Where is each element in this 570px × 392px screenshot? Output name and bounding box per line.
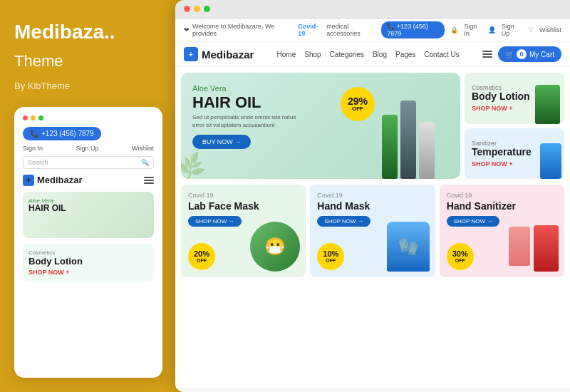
product-3-discount-pct: 30% bbox=[452, 250, 468, 258]
hero-description: Sed ut perspiciatis unde omnis iste natu… bbox=[192, 114, 306, 129]
nav-logo-icon: + bbox=[184, 47, 198, 61]
mobile-phone-number: +123 (456) 7879 bbox=[41, 130, 94, 138]
bottle-2 bbox=[400, 100, 416, 179]
hero-product-bottles bbox=[382, 86, 453, 179]
bottle-3 bbox=[419, 122, 435, 179]
cart-badge: 0 bbox=[517, 49, 527, 59]
mobile-search-bar[interactable]: Search 🔍 bbox=[23, 156, 154, 169]
mobile-sign-up[interactable]: Sign Up bbox=[76, 145, 99, 152]
mobile-phone-button[interactable]: 📞 +123 (456) 7879 bbox=[23, 127, 101, 140]
mobile-preview-card: 📞 +123 (456) 7879 Sign In Sign Up Wishli… bbox=[14, 107, 162, 378]
browser-dot-green[interactable] bbox=[204, 6, 210, 12]
mobile-shop-btn[interactable]: SHOP NOW + bbox=[28, 269, 148, 276]
mobile-dot-yellow bbox=[31, 115, 36, 120]
topbar-covid-link[interactable]: Covid-19 bbox=[298, 23, 323, 37]
product-3-discount-badge: 30% OFF bbox=[447, 243, 474, 270]
mobile-hero: Aloe Vera HAIR OIL bbox=[23, 192, 154, 238]
nav-links: Home Shop Categories Blog Pages Contact … bbox=[277, 51, 460, 58]
topbar-medical: medical accessories bbox=[326, 23, 381, 37]
search-icon: 🔍 bbox=[141, 159, 149, 166]
nav-categories[interactable]: Categories bbox=[330, 51, 364, 58]
nav-blog[interactable]: Blog bbox=[373, 51, 387, 58]
mobile-logo: + Medibazar bbox=[23, 175, 83, 186]
leaf-decoration: 🌿 bbox=[181, 150, 207, 179]
mobile-dot-green bbox=[38, 115, 43, 120]
mobile-nav-row: Sign In Sign Up Wishlist bbox=[23, 145, 154, 152]
bottle-1 bbox=[382, 115, 398, 179]
hamburger-menu-icon[interactable] bbox=[482, 51, 492, 58]
product-2-discount-pct: 10% bbox=[323, 250, 338, 258]
product-1-category: Covid 19 bbox=[188, 192, 299, 199]
product-card-hand-mask: Covid 19 Hand Mask SHOP NOW → 10% OFF 🧤 bbox=[310, 185, 435, 277]
hand-mask-icon: 🧤 bbox=[387, 222, 430, 272]
cart-button[interactable]: 🛒 0 My Cart bbox=[498, 46, 561, 62]
product-2-category: Covid 19 bbox=[317, 192, 428, 199]
product-1-visual: 😷 bbox=[250, 222, 300, 272]
topbar-sign-up[interactable]: Sign Up bbox=[502, 23, 522, 37]
nav-contact[interactable]: Contact Us bbox=[424, 51, 459, 58]
nav-shop[interactable]: Shop bbox=[304, 51, 321, 58]
site-content: ❤ Welcome to Medibazare. We provides Cov… bbox=[175, 19, 570, 388]
mobile-logo-row: + Medibazar bbox=[23, 175, 154, 186]
product-2-shop-btn[interactable]: SHOP NOW → bbox=[317, 216, 370, 227]
mobile-dot-red bbox=[23, 115, 28, 120]
topbar-phone[interactable]: 📞 +123 (456) 7879 bbox=[381, 21, 445, 38]
hero-main-banner: Aloe Vera HAIR OIL Sed ut perspiciatis u… bbox=[181, 73, 460, 179]
product-2-visual: 🧤 bbox=[387, 222, 430, 272]
product-3-shop-btn[interactable]: SHOP NOW → bbox=[447, 216, 500, 227]
nav-home[interactable]: Home bbox=[277, 51, 296, 58]
mobile-wishlist[interactable]: Wishlist bbox=[132, 145, 154, 152]
mobile-sign-in[interactable]: Sign In bbox=[23, 145, 43, 152]
mobile-search-label: Search bbox=[28, 159, 48, 166]
topbar-left: ❤ Welcome to Medibazare. We provides Cov… bbox=[184, 23, 381, 37]
products-section: Covid 19 Lab Face Mask SHOP NOW → 20% OF… bbox=[175, 185, 570, 283]
mobile-hero-text: Aloe Vera HAIR OIL bbox=[28, 197, 66, 213]
side-card-temperature: Sanitizer Temperature SHOP NOW + bbox=[465, 128, 564, 180]
product-1-shop-btn[interactable]: SHOP NOW → bbox=[188, 216, 242, 227]
hero-buy-now-button[interactable]: BUY NOW → bbox=[192, 135, 251, 149]
browser-chrome bbox=[175, 0, 570, 19]
mobile-cosmetics-label: Cosmetics bbox=[28, 249, 148, 256]
product-3-title: Hand Sanitizer bbox=[447, 200, 557, 212]
product-2-discount-badge: 10% OFF bbox=[317, 243, 344, 270]
topbar-sign-in[interactable]: Sign In bbox=[464, 23, 482, 37]
right-panel-browser: ❤ Welcome to Medibazare. We provides Cov… bbox=[175, 0, 570, 392]
product-card-hand-sanitizer: Covid 19 Hand Sanitizer SHOP NOW → 30% O… bbox=[440, 185, 564, 277]
left-panel: Medibaza.. Theme By KlbTheme 📞 +123 (456… bbox=[0, 0, 177, 392]
nav-right: 🛒 0 My Cart bbox=[482, 46, 561, 62]
mobile-logo-icon: + bbox=[23, 175, 34, 186]
hero-badge-pct: 29% bbox=[348, 96, 368, 106]
site-topbar: ❤ Welcome to Medibazare. We provides Cov… bbox=[175, 19, 570, 42]
mobile-hamburger-icon[interactable] bbox=[144, 177, 154, 184]
cart-label: My Cart bbox=[529, 51, 554, 58]
product-2-title: Hand Mask bbox=[317, 200, 428, 212]
product-3-visual bbox=[534, 225, 559, 272]
heart-icon-top: ♡ bbox=[528, 26, 534, 33]
topbar-right: 📞 +123 (456) 7879 🔒 Sign In 👤 Sign Up ♡ … bbox=[381, 21, 561, 38]
mobile-cosmetics-title: Body Lotion bbox=[28, 256, 148, 267]
product-1-discount-off: OFF bbox=[197, 258, 207, 263]
browser-window-dots bbox=[184, 6, 210, 12]
sanitizer-bottle-icon-2 bbox=[509, 227, 530, 266]
cart-icon: 🛒 bbox=[505, 51, 514, 58]
nav-pages[interactable]: Pages bbox=[395, 51, 415, 58]
mobile-hero-title: HAIR OIL bbox=[28, 204, 66, 213]
product-3-category: Covid 19 bbox=[447, 192, 557, 199]
brand-title: Medibaza.. bbox=[14, 21, 162, 43]
product-3-discount-off: OFF bbox=[455, 258, 465, 263]
mobile-window-dots bbox=[23, 115, 154, 120]
browser-dot-red[interactable] bbox=[184, 6, 190, 12]
browser-dot-yellow[interactable] bbox=[194, 6, 200, 12]
mobile-logo-text: Medibazar bbox=[37, 175, 83, 185]
face-mask-icon: 😷 bbox=[250, 222, 300, 272]
topbar-welcome: Welcome to Medibazare. We provides bbox=[192, 23, 295, 37]
mobile-cosmetics-card: Cosmetics Body Lotion SHOP NOW + bbox=[23, 244, 154, 282]
hero-section: Aloe Vera HAIR OIL Sed ut perspiciatis u… bbox=[175, 67, 570, 185]
site-nav: + Medibazar Home Shop Categories Blog Pa… bbox=[175, 42, 570, 67]
topbar-wishlist[interactable]: Wishlist bbox=[539, 26, 561, 33]
nav-logo: + Medibazar bbox=[184, 47, 254, 61]
hero-discount-badge: 29% OFF bbox=[341, 87, 375, 121]
product-1-discount-pct: 20% bbox=[194, 250, 209, 258]
product-1-discount-badge: 20% OFF bbox=[188, 243, 215, 270]
user-icon: 👤 bbox=[488, 26, 496, 33]
